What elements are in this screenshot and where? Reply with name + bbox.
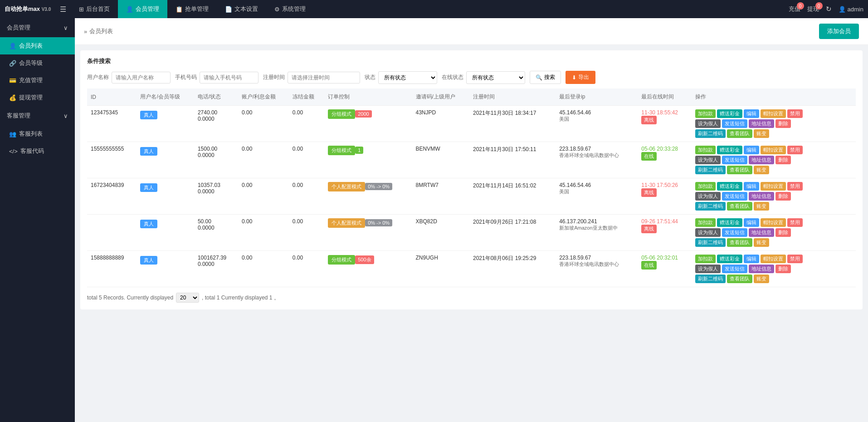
action-赠送彩金[interactable]: 赠送彩金 <box>717 109 742 118</box>
action-账变[interactable]: 账变 <box>754 275 769 283</box>
action-地址信息[interactable]: 地址信息 <box>749 228 774 237</box>
action-查看团队[interactable]: 查看团队 <box>727 166 752 174</box>
action-帽扣设置[interactable]: 帽扣设置 <box>761 255 786 263</box>
sidebar-group-cs[interactable]: 客服管理 ∨ <box>0 106 75 125</box>
search-button[interactable]: 🔍 搜索 <box>530 71 561 84</box>
action-赠送彩金[interactable]: 赠送彩金 <box>717 182 742 191</box>
sidebar-item-member-list[interactable]: 👤 会员列表 <box>0 37 75 54</box>
refresh-btn[interactable]: ↻ <box>826 5 832 13</box>
action-查看团队[interactable]: 查看团队 <box>727 238 752 247</box>
action-删除[interactable]: 删除 <box>775 192 791 201</box>
sidebar-item-member-level[interactable]: 🔗 会员等级 <box>0 54 75 72</box>
add-member-button[interactable]: 添加会员 <box>819 24 859 39</box>
username-input[interactable] <box>112 72 171 83</box>
nav-item-order[interactable]: 📋 抢单管理 <box>167 0 217 18</box>
action-禁用[interactable]: 禁用 <box>787 218 803 227</box>
action-地址信息[interactable]: 地址信息 <box>749 192 774 201</box>
action-帽扣设置[interactable]: 帽扣设置 <box>761 146 786 154</box>
action-删除[interactable]: 删除 <box>775 265 791 273</box>
action-编辑[interactable]: 编辑 <box>744 109 759 118</box>
table-header-row: ID 用户名/会员等级 电话/状态 账户/利息金额 冻结金额 订单控制 邀请码/… <box>87 88 856 106</box>
action-删除[interactable]: 删除 <box>775 228 791 237</box>
action-刷新二维码[interactable]: 刷新二维码 <box>695 166 726 174</box>
action-删除[interactable]: 删除 <box>775 156 791 164</box>
action-地址信息[interactable]: 地址信息 <box>749 119 774 128</box>
action-账变[interactable]: 账变 <box>754 202 769 211</box>
sidebar-item-recharge-manage[interactable]: 💳 充值管理 <box>0 72 75 89</box>
action-发送短信[interactable]: 发送短信 <box>722 156 747 164</box>
cell-username: 真人 <box>137 142 194 178</box>
action-编辑[interactable]: 编辑 <box>744 218 759 227</box>
action-设为假人[interactable]: 设为假人 <box>695 265 721 273</box>
member-list-icon: 👤 <box>9 43 16 49</box>
action-帽扣设置[interactable]: 帽扣设置 <box>761 218 786 227</box>
recharge-btn[interactable]: 充值 0 <box>789 5 800 13</box>
action-加扣款[interactable]: 加扣款 <box>695 109 716 118</box>
action-账变[interactable]: 账变 <box>754 238 769 247</box>
action-刷新二维码[interactable]: 刷新二维码 <box>695 202 726 211</box>
cell-phone: 1001627.390.0000 <box>194 251 238 287</box>
cell-invite-code: 8MRTW7 <box>412 178 469 215</box>
action-发送短信[interactable]: 发送短信 <box>722 265 747 273</box>
action-账变[interactable]: 账变 <box>754 129 769 138</box>
pagination-suffix: , total 1 Currently displayed 1 。 <box>202 294 279 302</box>
withdraw-btn[interactable]: 提现 0 <box>807 5 819 13</box>
action-帽扣设置[interactable]: 帽扣设置 <box>761 109 786 118</box>
action-地址信息[interactable]: 地址信息 <box>749 156 774 164</box>
phone-input[interactable] <box>200 72 258 83</box>
action-删除[interactable]: 删除 <box>775 119 791 128</box>
col-order: 订单控制 <box>324 88 412 106</box>
search-row: 用户名称 手机号码 注册时间 状态 所有状态 <box>87 71 856 84</box>
regtime-input[interactable] <box>288 72 360 83</box>
menu-toggle-btn[interactable]: ☰ <box>55 5 71 14</box>
withdraw-badge: 0 <box>815 2 823 10</box>
nav-item-text[interactable]: 📄 文本设置 <box>217 0 266 18</box>
online-select[interactable]: 所有状态 <box>466 71 525 84</box>
sidebar-group-member[interactable]: 会员管理 ∨ <box>0 18 75 37</box>
action-加扣款[interactable]: 加扣款 <box>695 255 716 263</box>
action-编辑[interactable]: 编辑 <box>744 255 759 263</box>
action-查看团队[interactable]: 查看团队 <box>727 275 752 283</box>
action-查看团队[interactable]: 查看团队 <box>727 129 752 138</box>
action-设为假人[interactable]: 设为假人 <box>695 156 721 164</box>
admin-btn[interactable]: 👤 admin <box>839 6 863 13</box>
action-禁用[interactable]: 禁用 <box>787 255 803 263</box>
action-赠送彩金[interactable]: 赠送彩金 <box>717 255 742 263</box>
action-加扣款[interactable]: 加扣款 <box>695 182 716 191</box>
action-刷新二维码[interactable]: 刷新二维码 <box>695 129 726 138</box>
per-page-select[interactable]: 20 10 50 100 <box>176 293 199 303</box>
action-刷新二维码[interactable]: 刷新二维码 <box>695 238 726 247</box>
action-赠送彩金[interactable]: 赠送彩金 <box>717 218 742 227</box>
action-加扣款[interactable]: 加扣款 <box>695 218 716 227</box>
action-禁用[interactable]: 禁用 <box>787 109 803 118</box>
action-加扣款[interactable]: 加扣款 <box>695 146 716 154</box>
nav-item-dashboard[interactable]: ⊞ 后台首页 <box>71 0 118 18</box>
regtime-field: 注册时间 <box>263 72 360 83</box>
sidebar-item-cs-code[interactable]: </> 客服代码 <box>0 142 75 160</box>
sidebar-item-withdraw-manage[interactable]: 💰 提现管理 <box>0 89 75 106</box>
text-icon: 📄 <box>225 6 232 13</box>
action-禁用[interactable]: 禁用 <box>787 146 803 154</box>
order-icon: 📋 <box>176 6 183 13</box>
status-select[interactable]: 所有状态 <box>378 71 437 84</box>
action-帽扣设置[interactable]: 帽扣设置 <box>761 182 786 191</box>
action-刷新二维码[interactable]: 刷新二维码 <box>695 275 726 283</box>
action-查看团队[interactable]: 查看团队 <box>727 202 752 211</box>
action-禁用[interactable]: 禁用 <box>787 182 803 191</box>
action-发送短信[interactable]: 发送短信 <box>722 119 747 128</box>
action-赠送彩金[interactable]: 赠送彩金 <box>717 146 742 154</box>
nav-item-member[interactable]: 👤 会员管理 <box>118 0 167 18</box>
action-发送短信[interactable]: 发送短信 <box>722 192 747 201</box>
action-发送短信[interactable]: 发送短信 <box>722 228 747 237</box>
export-button[interactable]: ⬇ 导出 <box>566 71 595 84</box>
action-编辑[interactable]: 编辑 <box>744 182 759 191</box>
sidebar-item-cs-list[interactable]: 👥 客服列表 <box>0 125 75 142</box>
nav-item-system[interactable]: ⚙ 系统管理 <box>266 0 314 18</box>
action-设为假人[interactable]: 设为假人 <box>695 119 721 128</box>
action-设为假人[interactable]: 设为假人 <box>695 192 721 201</box>
action-编辑[interactable]: 编辑 <box>744 146 759 154</box>
action-账变[interactable]: 账变 <box>754 166 769 174</box>
action-地址信息[interactable]: 地址信息 <box>749 265 774 273</box>
sidebar: 会员管理 ∨ 👤 会员列表 🔗 会员等级 💳 充值管理 💰 提现管理 客服管理 … <box>0 18 75 422</box>
action-设为假人[interactable]: 设为假人 <box>695 228 721 237</box>
